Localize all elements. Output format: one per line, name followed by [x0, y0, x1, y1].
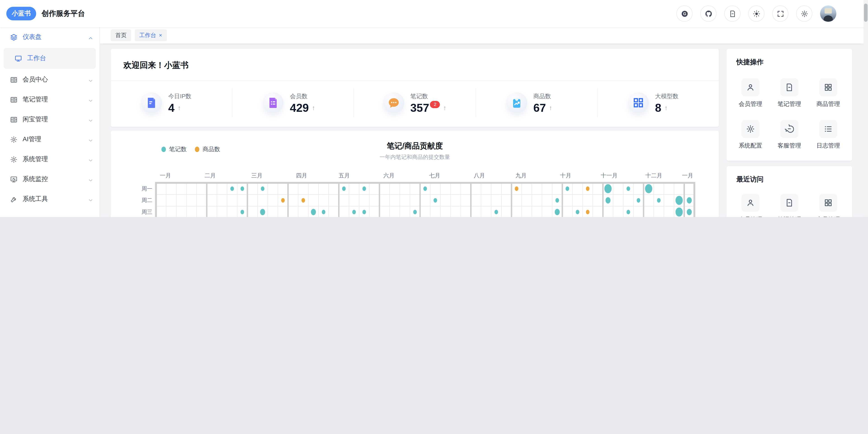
stat-info: 商品数67↑ — [533, 92, 567, 113]
stat-2: 笔记数3572↑ — [354, 88, 476, 117]
tab-label: 工作台 — [139, 31, 156, 39]
chevron-down-icon — [88, 157, 93, 162]
trend-up-icon: ↑ — [178, 105, 181, 111]
quick-op-4[interactable]: 客服管理 — [770, 120, 809, 150]
note-dot — [675, 196, 683, 205]
sidebar-item-0[interactable]: 仪表盘 — [0, 27, 99, 47]
month-label: 一月 — [682, 172, 693, 178]
list-icon — [10, 76, 18, 84]
sidebar-item-6[interactable]: 系统监控 — [0, 169, 99, 189]
list-icon — [10, 96, 18, 104]
recent-visits-card: 最近访问 会员管理笔记管理商品管理 — [726, 166, 852, 217]
doc-icon — [780, 78, 798, 96]
listlines-icon — [819, 120, 837, 138]
tabs: 首页工作台× — [111, 29, 166, 41]
fullscreen-icon[interactable] — [772, 5, 788, 22]
tab-label: 首页 — [115, 31, 127, 39]
grid-icon — [819, 78, 837, 96]
member-doc-icon — [263, 92, 284, 113]
quick-op-label: 会员管理 — [739, 100, 762, 108]
github-icon[interactable] — [700, 5, 717, 22]
stat-number: 4 — [168, 102, 175, 113]
sidebar-item-label: 闲宝管理 — [23, 115, 48, 123]
trend-up-icon: ↑ — [312, 105, 315, 111]
sidebar-item-3[interactable]: 闲宝管理 — [0, 110, 99, 129]
chevron-down-icon — [88, 77, 93, 82]
note-dot — [423, 186, 427, 191]
note-dot — [413, 210, 417, 214]
recent-item-label: 笔记管理 — [778, 215, 801, 217]
gear-icon — [10, 136, 18, 143]
wrench-icon — [10, 195, 18, 203]
list-icon — [10, 116, 18, 123]
model-grid-icon — [628, 92, 649, 113]
note-dot — [260, 209, 265, 215]
tab-home[interactable]: 首页 — [111, 29, 131, 41]
app-logo[interactable]: 小蓝书 — [6, 7, 36, 20]
trend-up-icon: ↑ — [549, 105, 552, 111]
theme-sun-icon[interactable] — [748, 5, 765, 22]
quick-op-2[interactable]: 商品管理 — [809, 78, 848, 108]
sidebar-item-1[interactable]: 会员中心 — [0, 70, 99, 90]
note-dot — [322, 210, 326, 214]
sidebar-item-5[interactable]: 系统管理 — [0, 149, 99, 169]
chevron-down-icon — [88, 137, 93, 142]
chevron-up-icon — [88, 35, 93, 39]
chat-icon — [780, 120, 798, 138]
note-dot — [555, 209, 560, 215]
person-icon — [741, 194, 760, 212]
sidebar-item-2[interactable]: 笔记管理 — [0, 90, 99, 110]
note-dot — [494, 210, 498, 214]
scrollbar-thumb[interactable] — [864, 4, 868, 22]
quick-op-0[interactable]: 会员管理 — [731, 78, 770, 108]
recent-item-2[interactable]: 商品管理 — [809, 194, 848, 217]
stats-row: 今日IP数4↑会员数429↑笔记数3572↑商品数67↑大模型数8↑ — [111, 81, 719, 124]
sidebar-item-label: 系统监控 — [23, 175, 48, 183]
ip-doc-icon — [141, 92, 162, 113]
sidebar-item-7[interactable]: 系统工具 — [0, 189, 99, 209]
tab-workbench[interactable]: 工作台× — [135, 29, 166, 41]
day-label: 周二 — [142, 197, 152, 203]
sidebar-item-4[interactable]: AI管理 — [0, 129, 99, 149]
stat-info: 会员数429↑ — [290, 92, 323, 113]
note-dot — [645, 184, 652, 193]
trend-up-icon: ↑ — [443, 105, 446, 111]
gear-icon — [10, 155, 18, 163]
contribution-heatmap: 一月二月三月四月五月六月七月八月九月十月十一月十二月一月周一周二周三周四周五周六… — [111, 131, 719, 217]
stat-label: 会员数 — [290, 92, 323, 100]
month-label: 五月 — [339, 172, 350, 178]
recent-item-1[interactable]: 笔记管理 — [770, 194, 809, 217]
sidebar-nav: 仪表盘工作台会员中心笔记管理闲宝管理AI管理系统管理系统监控系统工具 — [0, 27, 99, 209]
product-dot — [281, 198, 285, 203]
sidebar-item-label: 系统工具 — [23, 195, 48, 203]
gear-icon — [741, 120, 760, 138]
quick-op-1[interactable]: 笔记管理 — [770, 78, 809, 108]
monitor-icon — [14, 55, 22, 62]
sidebar-subitem-workbench[interactable]: 工作台 — [4, 48, 96, 69]
quick-op-label: 客服管理 — [778, 142, 801, 150]
quick-op-label: 商品管理 — [816, 100, 840, 108]
quick-op-5[interactable]: 日志管理 — [809, 120, 848, 150]
recent-item-label: 商品管理 — [816, 215, 840, 217]
product-dot — [586, 186, 590, 191]
tab-close-icon[interactable]: × — [159, 32, 162, 38]
product-dot — [515, 186, 518, 191]
stat-number: 357 — [410, 102, 429, 113]
chevron-down-icon — [88, 177, 93, 182]
quick-op-3[interactable]: 系统配置 — [731, 120, 770, 150]
user-avatar[interactable] — [820, 5, 836, 22]
gitee-icon[interactable]: G — [676, 5, 692, 22]
stat-0: 今日IP数4↑ — [111, 88, 232, 117]
quick-op-label: 系统配置 — [739, 142, 762, 150]
settings-gear-icon[interactable] — [796, 5, 812, 22]
month-label: 九月 — [515, 172, 527, 178]
product-chart-icon — [506, 92, 527, 113]
stat-value: 429↑ — [290, 102, 323, 113]
quick-op-label: 日志管理 — [816, 142, 840, 150]
recent-item-0[interactable]: 会员管理 — [731, 194, 770, 217]
quick-op-label: 笔记管理 — [778, 100, 801, 108]
note-dot — [362, 210, 366, 214]
document-icon[interactable] — [724, 5, 741, 22]
quick-ops-title: 快捷操作 — [726, 49, 852, 66]
note-dot — [565, 186, 569, 191]
